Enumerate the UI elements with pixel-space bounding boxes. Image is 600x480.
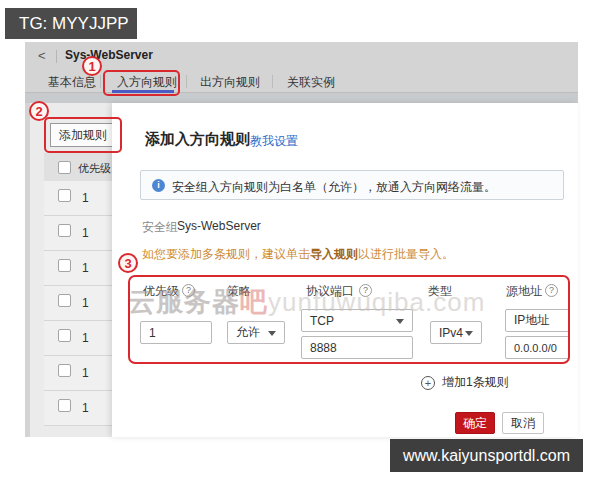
source-address-input[interactable]: 0.0.0.0/0 [505,336,570,359]
add-rule-button[interactable]: 添加规则 [50,123,116,147]
priority-cell: 1 [82,331,89,345]
protocol-select[interactable]: TCP [301,309,413,332]
teach-me-setup-link[interactable]: 教我设置 [250,133,298,150]
policy-select[interactable]: 允许 [227,321,285,344]
priority-cell: 1 [82,191,89,205]
step-3-annotation-circle: 3 [118,253,138,273]
protocol-port-help-icon[interactable]: ? [359,284,372,297]
tab-inbound-rules[interactable]: 入方向规则 [117,74,177,91]
step-1-annotation-circle: 1 [82,56,102,76]
tabbar-shadow-strip [25,93,578,103]
tab-separator [272,75,273,88]
table-row: 1 [44,391,112,426]
protocol-port-label: 协议端口 [306,283,354,300]
rules-table-header: 优先级... [44,153,112,181]
tab-related-instances[interactable]: 关联实例 [287,74,335,91]
tabbar-bottom-border [25,92,578,93]
tab-outbound-rules[interactable]: 出方向规则 [200,74,260,91]
row-checkbox[interactable] [58,224,71,237]
tab-separator [100,75,101,88]
priority-column-header: 优先级... [78,161,112,176]
source-mode-value: IP地址 [514,312,549,329]
tab-basic-info[interactable]: 基本信息 [48,74,96,91]
step-2-annotation-circle: 2 [29,101,49,121]
info-icon: i [152,179,165,192]
ip-type-select[interactable]: IPv4 [430,321,482,344]
row-checkbox[interactable] [58,259,71,272]
plus-circle-icon: + [421,376,435,390]
priority-help-icon[interactable]: ? [182,284,195,297]
priority-label: 优先级 [143,283,179,300]
chevron-down-icon [268,331,276,336]
back-chevron-icon[interactable]: < [38,48,46,63]
table-row: 1 [44,216,112,251]
protocol-value: TCP [310,314,334,328]
tg-watermark-banner: TG: MYYJJPP [5,8,137,39]
batch-import-tip: 如您要添加多条规则，建议单击导入规则以进行批量导入。 [142,246,454,263]
priority-cell: 1 [82,226,89,240]
tab-separator [186,75,187,88]
table-row: 1 [44,286,112,321]
table-row: 1 [44,251,112,286]
add-one-rule-label: 增加1条规则 [442,374,509,391]
port-value: 8888 [310,341,337,355]
tip-text-post: 以进行批量导入。 [358,247,454,261]
tip-text-pre: 如您要添加多条规则，建议单击 [142,247,310,261]
table-row: 1 [44,356,112,391]
policy-value: 允许 [236,324,260,341]
priority-cell: 1 [82,401,89,415]
priority-cell: 1 [82,296,89,310]
confirm-button[interactable]: 确定 [455,412,495,434]
row-checkbox[interactable] [58,329,71,342]
row-checkbox[interactable] [58,189,71,202]
ip-type-value: IPv4 [439,326,463,340]
priority-cell: 1 [82,261,89,275]
source-mode-select[interactable]: IP地址 [505,309,570,332]
policy-label: 策略 [227,283,251,300]
active-tab-underline [112,90,174,93]
select-all-checkbox[interactable] [58,161,71,174]
row-checkbox[interactable] [58,399,71,412]
row-checkbox[interactable] [58,294,71,307]
bottom-url-banner: www.kaiyunsportdl.com [390,439,583,472]
port-input[interactable]: 8888 [301,336,413,359]
breadcrumb-title: Sys-WebServer [65,48,153,62]
priority-cell: 1 [82,366,89,380]
info-banner-text: 安全组入方向规则为白名单（允许），放通入方向网络流量。 [172,179,496,196]
chevron-down-icon [465,331,473,336]
cancel-button[interactable]: 取消 [502,412,544,434]
table-row: 1 [44,181,112,216]
security-group-label: 安全组 [142,219,178,236]
security-group-value: Sys-WebServer [177,219,261,233]
table-row: 1 [44,321,112,356]
priority-input[interactable]: 1 [140,321,212,344]
breadcrumb-divider [56,50,57,63]
type-label: 类型 [428,283,452,300]
row-checkbox[interactable] [58,364,71,377]
source-label: 源地址 [506,283,542,300]
source-help-icon[interactable]: ? [545,284,558,297]
import-rules-link[interactable]: 导入规则 [310,247,358,261]
dialog-title: 添加入方向规则 [145,130,250,149]
source-address-value: 0.0.0.0/0 [514,342,557,354]
chevron-down-icon [396,319,404,324]
info-banner: i 安全组入方向规则为白名单（允许），放通入方向网络流量。 [140,170,564,200]
add-one-rule-action[interactable]: + 增加1条规则 [421,374,509,391]
priority-value: 1 [149,326,156,340]
